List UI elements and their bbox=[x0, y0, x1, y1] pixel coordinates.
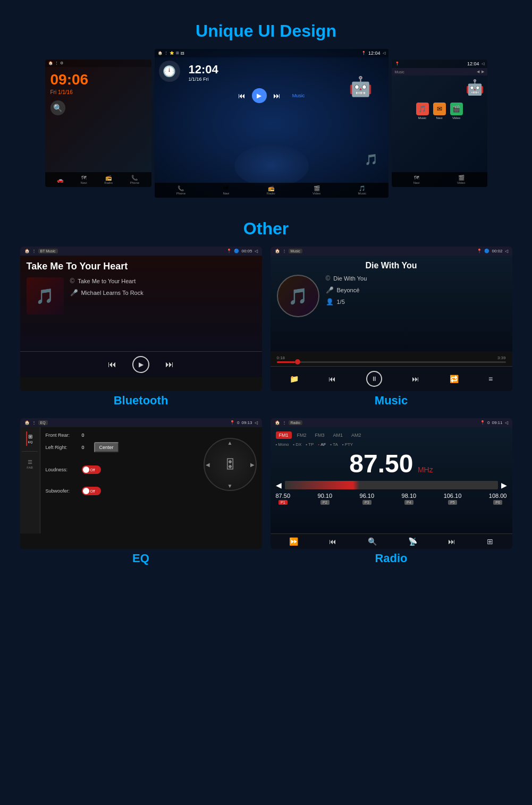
radio-tab-fm3[interactable]: FM3 bbox=[312, 431, 328, 439]
clock-date-1: Fri 1/1/16 bbox=[45, 89, 151, 95]
radio-preset-4[interactable]: 98.10 P4 bbox=[402, 493, 417, 505]
radio-slider-bar[interactable] bbox=[285, 481, 498, 489]
radio-opt-tp: TP bbox=[306, 442, 314, 447]
eq-front-rear-value: 0 bbox=[82, 433, 90, 438]
radio-tab-fm1[interactable]: FM1 bbox=[276, 431, 292, 439]
radio-preset-badge-2: P2 bbox=[320, 500, 330, 505]
bt-next-btn[interactable]: ⏭ bbox=[165, 360, 174, 369]
radio-preset-badge-5: P5 bbox=[448, 500, 457, 505]
radio-preset-badge-6: P6 bbox=[493, 500, 502, 505]
radio-scan-btn[interactable]: 🔍 bbox=[368, 537, 377, 546]
radio-time: 09:11 bbox=[492, 420, 502, 425]
bt-detail-artist: 🎤 Michael Learns To Rock bbox=[70, 289, 143, 296]
radio-antenna-btn[interactable]: 📡 bbox=[408, 537, 417, 546]
radio-slider-thumb bbox=[349, 482, 354, 488]
nav-radio-2[interactable]: 📻 Radio bbox=[267, 185, 275, 195]
bt-info-row: 🎵 © Take Me to Your Heart 🎤 Michael Lear… bbox=[27, 277, 256, 315]
nav-item-car[interactable]: 🚗 bbox=[57, 177, 63, 183]
radio-opt-dx: DX bbox=[293, 442, 301, 447]
radio-tab-fm2[interactable]: FM2 bbox=[294, 431, 310, 439]
music-play-btn[interactable]: ⏸ bbox=[366, 371, 382, 387]
bt-song: Take Me to Your Heart bbox=[78, 278, 136, 284]
nav-item-radio-1[interactable]: 📻 Radio bbox=[104, 175, 113, 184]
radio-preset-3[interactable]: 96.10 P3 bbox=[360, 493, 375, 505]
radio-preset-6[interactable]: 108.00 P6 bbox=[489, 493, 507, 505]
music-progress-fill bbox=[277, 361, 295, 363]
music-label: Music bbox=[375, 394, 408, 407]
statusbar-3: 📍 12:04 ◁ bbox=[392, 60, 487, 68]
music-folder-btn[interactable]: 📁 bbox=[290, 375, 299, 383]
nav-item-navi-1[interactable]: 🗺 Navi bbox=[81, 175, 87, 184]
eq-subwoofer-toggle[interactable]: Off bbox=[82, 487, 101, 495]
bt-time: 00:05 bbox=[241, 249, 252, 253]
radio-preset-badge-4: P4 bbox=[404, 500, 413, 505]
nav-phone-2[interactable]: 📞 Phone bbox=[176, 185, 185, 195]
radio-next-btn[interactable]: ⏭ bbox=[448, 537, 455, 546]
music-repeat-btn[interactable]: 🔁 bbox=[450, 375, 459, 383]
screen3-time: 12:04 bbox=[467, 61, 479, 66]
bt-prev-btn[interactable]: ⏮ bbox=[108, 360, 116, 369]
radio-preset-freq-6: 108.00 bbox=[489, 493, 507, 499]
eq-loudness-value: Off bbox=[90, 468, 95, 472]
radio-prev-btn[interactable]: ⏮ bbox=[329, 537, 336, 546]
music-progress-bar[interactable] bbox=[277, 361, 506, 363]
radio-mode-tabs: FM1 FM2 FM3 AM1 AM2 bbox=[276, 431, 507, 439]
radio-opt-ta: TA bbox=[330, 442, 337, 447]
eq-arrow-left[interactable]: ◀ bbox=[206, 462, 210, 468]
eq-tab-eq[interactable]: ⊞ EQ bbox=[26, 431, 34, 446]
radio-tune-right[interactable]: ▶ bbox=[501, 481, 507, 489]
next-btn-2[interactable]: ⏭ bbox=[273, 91, 281, 100]
eq-mode-badge: EQ bbox=[38, 420, 48, 425]
app-music-3[interactable]: 🎵 Music bbox=[416, 103, 429, 120]
eq-arrow-up[interactable]: ▲ bbox=[227, 440, 233, 446]
clock-widget-2: 🕛 bbox=[159, 61, 180, 82]
eq-tab-fab[interactable]: ☰ FAB bbox=[26, 457, 33, 471]
radio-tab-am1[interactable]: AM1 bbox=[330, 431, 347, 439]
nav-item-phone-1[interactable]: 📞 Phone bbox=[130, 175, 139, 184]
prev-btn-2[interactable]: ⏮ bbox=[238, 91, 246, 100]
screen-1: 🏠 ⋮ ⚙ 09:06 Fri 1/1/16 🔍 🚗 🗺 Navi bbox=[45, 60, 151, 187]
radio-ff-btn[interactable]: ⏩ bbox=[289, 537, 298, 546]
panels-row-1: 🏠 ⋮ BT Music 📍 🔵 00:05 ◁ Take Me To Your… bbox=[11, 247, 521, 391]
play-btn-2[interactable]: ▶ bbox=[252, 88, 267, 103]
app-send-3[interactable]: ✉ Navi bbox=[433, 103, 446, 120]
music-next-btn[interactable]: ⏭ bbox=[412, 375, 419, 383]
radio-preset-1[interactable]: 87.50 P1 bbox=[276, 493, 291, 505]
radio-tune-left[interactable]: ◀ bbox=[276, 481, 282, 489]
search-icon[interactable]: 🔍 bbox=[50, 100, 65, 115]
music-progress-time: 0:18 bbox=[277, 355, 285, 360]
bt-album-art: 🎵 bbox=[27, 277, 64, 315]
nav-video-2[interactable]: 🎬 Video bbox=[313, 185, 320, 195]
nav-navi-3[interactable]: 🗺 Navi bbox=[413, 175, 420, 184]
music-artist: Beyoncé bbox=[337, 287, 360, 293]
bt-play-btn[interactable]: ▶ bbox=[132, 356, 149, 373]
app-video-3[interactable]: 🎬 Video bbox=[450, 103, 463, 120]
eq-settings: Front Rear: 0 Left Right: 0 Center Loudn… bbox=[46, 433, 197, 528]
eq-loudness-row: Loudness: Off bbox=[46, 465, 197, 474]
nav-music-2[interactable]: 🎵 Music bbox=[358, 185, 367, 195]
radio-preset-2[interactable]: 90.10 P2 bbox=[318, 493, 333, 505]
eq-dial[interactable]: ▲ ▼ ◀ ▶ 🎛 bbox=[204, 438, 257, 491]
eq-center-button[interactable]: Center bbox=[94, 442, 119, 453]
other-title: Other bbox=[243, 219, 289, 239]
eq-arrow-down[interactable]: ▼ bbox=[227, 483, 233, 489]
labels-row-2: EQ Radio bbox=[11, 552, 521, 565]
music-list-btn[interactable]: ≡ bbox=[488, 375, 493, 383]
eq-loudness-toggle[interactable]: Off bbox=[82, 465, 101, 474]
eq-front-rear-label: Front Rear: bbox=[46, 433, 78, 438]
clock-date-2: 1/1/16 Fri bbox=[184, 77, 223, 82]
radio-preset-5[interactable]: 106.10 P5 bbox=[444, 493, 462, 505]
clock-big-2: 12:04 bbox=[184, 61, 223, 77]
nav-video-3[interactable]: 🎬 Video bbox=[457, 175, 465, 184]
eq-subwoofer-row: Subwoofer: Off bbox=[46, 487, 197, 495]
eq-arrow-right[interactable]: ▶ bbox=[250, 462, 255, 468]
statusbar-2: 🏠 ⋮ ⭐ ⊞ 🖼 📍 12:04 ◁ bbox=[155, 49, 389, 57]
screen-2: 🏠 ⋮ ⭐ ⊞ 🖼 📍 12:04 ◁ 🕛 12:04 1/1/16 Fri bbox=[155, 49, 389, 198]
radio-tab-am2[interactable]: AM2 bbox=[348, 431, 365, 439]
music-detail-track: 👤 1/5 bbox=[326, 298, 506, 306]
nav-navi-2[interactable]: 🗺 Navi bbox=[223, 185, 229, 195]
radio-eq-btn[interactable]: ⊞ bbox=[487, 537, 493, 546]
screen2-time: 12:04 bbox=[368, 50, 381, 56]
music-prev-btn[interactable]: ⏮ bbox=[328, 375, 336, 383]
radio-unit: MHz bbox=[418, 465, 433, 474]
